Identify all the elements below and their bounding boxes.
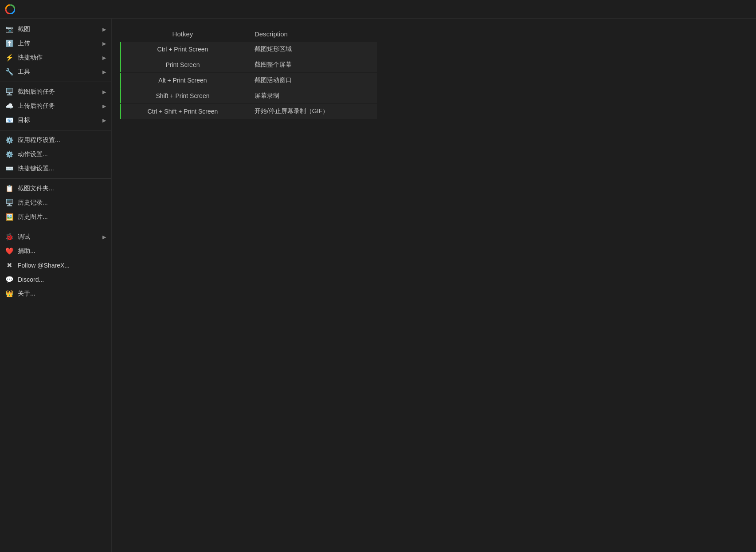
- sidebar-divider: [0, 130, 111, 130]
- sidebar-item-about[interactable]: 👑关于...: [0, 287, 111, 301]
- table-row: Alt + Print Screen截图活动窗口: [120, 73, 377, 88]
- sidebar-divider: [0, 178, 111, 179]
- capturefolder-icon: 📋: [4, 184, 14, 193]
- tools-icon: 🔧: [4, 67, 14, 77]
- sidebar-item-label-about: 关于...: [18, 290, 35, 298]
- description-cell: 开始/停止屏幕录制（GIF）: [246, 104, 377, 119]
- hotkey-table-header: Description: [246, 27, 377, 42]
- sidebar-item-historyimg[interactable]: 🖼️历史图片...: [0, 210, 111, 224]
- sidebar-item-capture[interactable]: 📷截图▶: [0, 22, 111, 36]
- destination-arrow-icon: ▶: [102, 118, 106, 123]
- sidebar-item-actionsettings[interactable]: ⚙️动作设置...: [0, 147, 111, 162]
- sidebar-item-label-capturefolder: 截图文件夹...: [18, 185, 54, 193]
- afterupload-icon: ☁️: [4, 101, 14, 111]
- hotkeysettings-icon: ⌨️: [4, 164, 14, 173]
- sidebar-item-label-follow: Follow @ShareX...: [18, 262, 70, 269]
- debug-icon: 🐞: [4, 232, 14, 242]
- capture-arrow-icon: ▶: [102, 27, 106, 32]
- sidebar-item-label-afterupload: 上传后的任务: [18, 102, 55, 110]
- quickactions-icon: ⚡: [4, 53, 14, 63]
- sidebar-item-donate[interactable]: ❤️捐助...: [0, 244, 111, 258]
- sidebar-item-label-aftertask: 截图后的任务: [18, 88, 55, 96]
- aftertask-arrow-icon: ▶: [102, 89, 106, 95]
- aftertask-icon: 🖥️: [4, 87, 14, 97]
- about-icon: 👑: [4, 289, 14, 299]
- tools-arrow-icon: ▶: [102, 69, 106, 75]
- sidebar-item-capturefolder[interactable]: 📋截图文件夹...: [0, 181, 111, 196]
- sidebar: 📷截图▶⬆️上传▶⚡快捷动作▶🔧工具▶🖥️截图后的任务▶☁️上传后的任务▶📧目标…: [0, 19, 112, 552]
- hotkey-cell: Print Screen: [120, 57, 246, 73]
- table-row: Shift + Print Screen屏幕录制: [120, 88, 377, 104]
- sidebar-item-label-capture: 截图: [18, 25, 30, 33]
- sidebar-item-afterupload[interactable]: ☁️上传后的任务▶: [0, 99, 111, 113]
- maximize-button[interactable]: [710, 2, 730, 16]
- table-row: Ctrl + Shift + Print Screen开始/停止屏幕录制（GIF…: [120, 104, 377, 119]
- sidebar-item-debug[interactable]: 🐞调试▶: [0, 230, 111, 244]
- sidebar-item-label-hotkeysettings: 快捷键设置...: [18, 165, 54, 173]
- afterupload-arrow-icon: ▶: [102, 103, 106, 109]
- app-logo: [5, 4, 15, 14]
- minimize-button[interactable]: [689, 2, 710, 16]
- historyimg-icon: 🖼️: [4, 212, 14, 222]
- sidebar-item-label-discord: Discord...: [18, 276, 44, 283]
- hotkey-cell: Alt + Print Screen: [120, 73, 246, 88]
- description-cell: 截图矩形区域: [246, 42, 377, 57]
- debug-arrow-icon: ▶: [102, 234, 106, 240]
- table-row: Print Screen截图整个屏幕: [120, 57, 377, 73]
- history-icon: 🖥️: [4, 198, 14, 208]
- sidebar-item-follow[interactable]: ✖Follow @ShareX...: [0, 258, 111, 272]
- description-cell: 截图活动窗口: [246, 73, 377, 88]
- sidebar-item-aftertask[interactable]: 🖥️截图后的任务▶: [0, 85, 111, 99]
- description-cell: 屏幕录制: [246, 88, 377, 104]
- close-button[interactable]: [730, 2, 751, 16]
- sidebar-item-label-actionsettings: 动作设置...: [18, 150, 48, 158]
- appsettings-icon: ⚙️: [4, 135, 14, 145]
- sidebar-divider: [0, 82, 111, 82]
- hotkey-cell: Shift + Print Screen: [120, 88, 246, 104]
- sidebar-divider: [0, 227, 111, 227]
- capture-icon: 📷: [4, 24, 14, 34]
- sidebar-item-label-donate: 捐助...: [18, 247, 35, 255]
- destination-icon: 📧: [4, 115, 14, 125]
- hotkey-table: HotkeyDescriptionCtrl + Print Screen截图矩形…: [120, 27, 377, 119]
- sidebar-item-appsettings[interactable]: ⚙️应用程序设置...: [0, 133, 111, 147]
- donate-icon: ❤️: [4, 246, 14, 256]
- sidebar-item-label-quickactions: 快捷动作: [18, 54, 43, 62]
- actionsettings-icon: ⚙️: [4, 150, 14, 159]
- hotkey-cell: Ctrl + Shift + Print Screen: [120, 104, 246, 119]
- sidebar-item-upload[interactable]: ⬆️上传▶: [0, 36, 111, 51]
- sidebar-item-quickactions[interactable]: ⚡快捷动作▶: [0, 51, 111, 65]
- main-content: 📷截图▶⬆️上传▶⚡快捷动作▶🔧工具▶🖥️截图后的任务▶☁️上传后的任务▶📧目标…: [0, 19, 756, 552]
- sidebar-item-label-history: 历史记录...: [18, 199, 48, 207]
- sidebar-item-label-appsettings: 应用程序设置...: [18, 136, 60, 144]
- title-bar: [0, 0, 756, 19]
- follow-icon: ✖: [4, 260, 14, 270]
- window-controls: [689, 2, 751, 16]
- hotkey-cell: Ctrl + Print Screen: [120, 42, 246, 57]
- sidebar-item-label-historyimg: 历史图片...: [18, 213, 48, 221]
- sidebar-item-tools[interactable]: 🔧工具▶: [0, 65, 111, 79]
- hotkey-table-header: Hotkey: [120, 27, 246, 42]
- sidebar-item-destination[interactable]: 📧目标▶: [0, 113, 111, 127]
- table-row: Ctrl + Print Screen截图矩形区域: [120, 42, 377, 57]
- sidebar-item-label-upload: 上传: [18, 39, 30, 47]
- sidebar-item-hotkeysettings[interactable]: ⌨️快捷键设置...: [0, 162, 111, 176]
- sidebar-item-label-debug: 调试: [18, 233, 30, 241]
- right-panel: HotkeyDescriptionCtrl + Print Screen截图矩形…: [112, 19, 756, 552]
- sidebar-item-label-tools: 工具: [18, 68, 30, 76]
- description-cell: 截图整个屏幕: [246, 57, 377, 73]
- quickactions-arrow-icon: ▶: [102, 55, 106, 61]
- discord-icon: 💬: [4, 275, 14, 284]
- sidebar-item-discord[interactable]: 💬Discord...: [0, 272, 111, 287]
- sidebar-item-history[interactable]: 🖥️历史记录...: [0, 196, 111, 210]
- sidebar-item-label-destination: 目标: [18, 116, 30, 124]
- upload-arrow-icon: ▶: [102, 41, 106, 47]
- upload-icon: ⬆️: [4, 39, 14, 48]
